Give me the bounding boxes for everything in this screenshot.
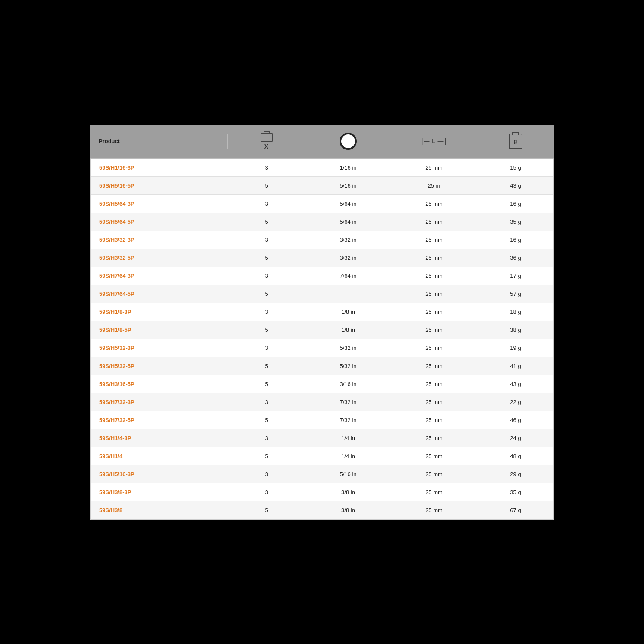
- cell-weight: 67 g: [477, 504, 554, 517]
- cell-quantity: 3: [228, 486, 305, 499]
- cell-quantity: 5: [228, 504, 305, 517]
- cell-length: 25 mm: [391, 359, 477, 373]
- length-arrow-left: |: [421, 137, 423, 145]
- cell-weight: 24 g: [477, 431, 554, 445]
- cell-quantity: 3: [228, 341, 305, 355]
- cell-length: 25 mm: [391, 450, 477, 463]
- cell-weight: 22 g: [477, 395, 554, 409]
- header-size: [305, 128, 391, 154]
- header-length: | — L — |: [391, 133, 477, 149]
- table-row: 59S/H3/32-5P 5 3/32 in 25 mm 36 g: [91, 249, 553, 267]
- cell-product: 59S/H5/64-3P: [91, 197, 228, 210]
- cell-length: 25 mm: [391, 377, 477, 391]
- header-quantity: X: [228, 128, 305, 154]
- cell-weight: 36 g: [477, 251, 554, 264]
- cell-weight: 17 g: [477, 269, 554, 283]
- cell-quantity: 3: [228, 197, 305, 210]
- cell-product: 59S/H7/32-3P: [91, 395, 228, 409]
- cell-weight: 38 g: [477, 323, 554, 337]
- cell-length: 25 m: [391, 179, 477, 192]
- table-row: 59S/H5/16-3P 3 5/16 in 25 mm 29 g: [91, 465, 553, 483]
- table-row: 59S/H7/64-5P 5 25 mm 57 g: [91, 285, 553, 303]
- cell-quantity: 3: [228, 161, 305, 174]
- cell-weight: 35 g: [477, 215, 554, 228]
- cell-quantity: 3: [228, 233, 305, 246]
- length-line: — L —: [424, 138, 444, 144]
- circle-icon: [340, 133, 357, 150]
- cell-product: 59S/H3/32-5P: [91, 251, 228, 264]
- cell-weight: 18 g: [477, 305, 554, 319]
- cell-product: 59S/H5/32-3P: [91, 341, 228, 355]
- table-row: 59S/H5/64-3P 3 5/64 in 25 mm 16 g: [91, 195, 553, 213]
- cell-product: 59S/H1/4-3P: [91, 431, 228, 445]
- cell-length: 25 mm: [391, 269, 477, 283]
- box-icon: [261, 133, 273, 142]
- cell-weight: 48 g: [477, 450, 554, 463]
- cell-quantity: 3: [228, 468, 305, 481]
- table-body: 59S/H1/16-3P 3 1/16 in 25 mm 15 g 59S/H5…: [90, 159, 554, 520]
- cell-weight: 41 g: [477, 359, 554, 373]
- table-row: 59S/H1/8-5P 5 1/8 in 25 mm 38 g: [91, 321, 553, 339]
- cell-length: 25 mm: [391, 251, 477, 264]
- cell-quantity: 5: [228, 413, 305, 427]
- cell-product: 59S/H1/4: [91, 450, 228, 463]
- cell-length: 25 mm: [391, 215, 477, 228]
- cell-product: 59S/H5/64-5P: [91, 215, 228, 228]
- cell-size: 1/8 in: [305, 323, 391, 337]
- table-row: 59S/H5/64-5P 5 5/64 in 25 mm 35 g: [91, 213, 553, 231]
- cell-weight: 43 g: [477, 179, 554, 192]
- cell-weight: 35 g: [477, 486, 554, 499]
- cell-quantity: 3: [228, 305, 305, 319]
- table-row: 59S/H5/32-5P 5 5/32 in 25 mm 41 g: [91, 357, 553, 375]
- cell-length: 25 mm: [391, 287, 477, 301]
- cell-weight: 57 g: [477, 287, 554, 301]
- cell-quantity: 5: [228, 251, 305, 264]
- table-row: 59S/H1/8-3P 3 1/8 in 25 mm 18 g: [91, 303, 553, 321]
- cell-length: 25 mm: [391, 413, 477, 427]
- cell-size: 3/16 in: [305, 377, 391, 391]
- cell-product: 59S/H5/32-5P: [91, 359, 228, 373]
- cell-quantity: 3: [228, 431, 305, 445]
- cell-size: 1/8 in: [305, 305, 391, 319]
- cell-quantity: 5: [228, 450, 305, 463]
- cell-weight: 19 g: [477, 341, 554, 355]
- cell-length: 25 mm: [391, 197, 477, 210]
- cell-product: 59S/H1/16-3P: [91, 161, 228, 174]
- cell-size: 5/32 in: [305, 359, 391, 373]
- cell-quantity: 5: [228, 377, 305, 391]
- table-row: 59S/H3/16-5P 5 3/16 in 25 mm 43 g: [91, 375, 553, 393]
- cell-length: 25 mm: [391, 486, 477, 499]
- cell-size: 1/16 in: [305, 161, 391, 174]
- length-icon: | — L — |: [421, 137, 447, 145]
- cell-quantity: 5: [228, 179, 305, 192]
- cell-size: 3/32 in: [305, 251, 391, 264]
- cell-weight: 16 g: [477, 233, 554, 246]
- table-row: 59S/H3/32-3P 3 3/32 in 25 mm 16 g: [91, 231, 553, 249]
- table-row: 59S/H1/4-3P 3 1/4 in 25 mm 24 g: [91, 429, 553, 447]
- length-arrow-right: |: [444, 137, 446, 145]
- cell-product: 59S/H5/16-5P: [91, 179, 228, 192]
- cell-product: 59S/H7/32-5P: [91, 413, 228, 427]
- table-row: 59S/H3/8 5 3/8 in 25 mm 67 g: [91, 501, 553, 519]
- cell-quantity: 3: [228, 395, 305, 409]
- table-row: 59S/H5/32-3P 3 5/32 in 25 mm 19 g: [91, 339, 553, 357]
- cell-size: 5/32 in: [305, 341, 391, 355]
- cell-length: 25 mm: [391, 431, 477, 445]
- product-label: Product: [99, 138, 120, 144]
- product-table: Product X | — L — | g: [90, 125, 554, 520]
- cell-product: 59S/H7/64-3P: [91, 269, 228, 283]
- cell-weight: 43 g: [477, 377, 554, 391]
- cell-size: 5/64 in: [305, 197, 391, 210]
- weight-icon-container: g: [509, 134, 522, 149]
- cell-product: 59S/H7/64-5P: [91, 287, 228, 301]
- cell-size: 3/8 in: [305, 486, 391, 499]
- header-product: Product: [90, 134, 228, 149]
- cell-size: 3/8 in: [305, 504, 391, 517]
- cell-weight: 15 g: [477, 161, 554, 174]
- cell-size: 1/4 in: [305, 450, 391, 463]
- cell-length: 25 mm: [391, 323, 477, 337]
- cell-weight: 16 g: [477, 197, 554, 210]
- cell-length: 25 mm: [391, 468, 477, 481]
- cell-product: 59S/H5/16-3P: [91, 468, 228, 481]
- table-row: 59S/H3/8-3P 3 3/8 in 25 mm 35 g: [91, 483, 553, 501]
